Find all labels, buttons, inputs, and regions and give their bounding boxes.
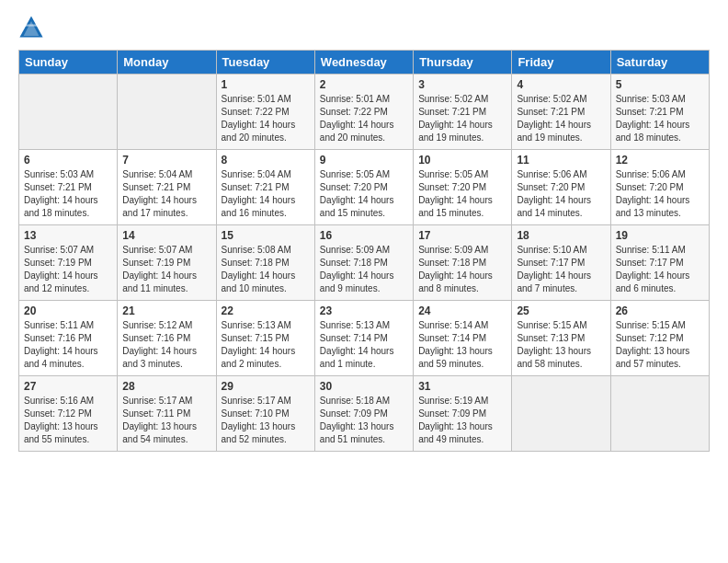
calendar: SundayMondayTuesdayWednesdayThursdayFrid… bbox=[18, 50, 710, 452]
day-number: 13 bbox=[24, 229, 112, 242]
cell-info: Sunrise: 5:05 AM Sunset: 7:20 PM Dayligh… bbox=[418, 168, 506, 220]
cell-info: Sunrise: 5:18 AM Sunset: 7:09 PM Dayligh… bbox=[320, 395, 408, 446]
cell-info: Sunrise: 5:03 AM Sunset: 7:21 PM Dayligh… bbox=[24, 168, 112, 220]
day-number: 17 bbox=[418, 229, 506, 242]
calendar-cell: 2Sunrise: 5:01 AM Sunset: 7:22 PM Daylig… bbox=[314, 75, 413, 150]
cell-info: Sunrise: 5:06 AM Sunset: 7:20 PM Dayligh… bbox=[517, 168, 605, 220]
day-number: 5 bbox=[616, 78, 704, 91]
calendar-cell: 24Sunrise: 5:14 AM Sunset: 7:14 PM Dayli… bbox=[414, 301, 512, 376]
calendar-cell bbox=[118, 75, 216, 150]
day-number: 22 bbox=[222, 304, 310, 317]
day-number: 10 bbox=[418, 154, 506, 167]
calendar-cell: 15Sunrise: 5:08 AM Sunset: 7:18 PM Dayli… bbox=[216, 225, 314, 301]
cell-info: Sunrise: 5:15 AM Sunset: 7:13 PM Dayligh… bbox=[517, 319, 605, 371]
day-number: 28 bbox=[122, 380, 210, 393]
week-row-5: 27Sunrise: 5:16 AM Sunset: 7:12 PM Dayli… bbox=[19, 376, 710, 452]
cell-info: Sunrise: 5:08 AM Sunset: 7:18 PM Dayligh… bbox=[222, 244, 310, 295]
calendar-cell: 28Sunrise: 5:17 AM Sunset: 7:11 PM Dayli… bbox=[118, 376, 216, 452]
calendar-cell: 3Sunrise: 5:02 AM Sunset: 7:21 PM Daylig… bbox=[414, 75, 512, 150]
cell-info: Sunrise: 5:13 AM Sunset: 7:15 PM Dayligh… bbox=[222, 319, 310, 371]
day-number: 7 bbox=[122, 154, 210, 167]
day-number: 21 bbox=[122, 304, 210, 317]
cell-info: Sunrise: 5:10 AM Sunset: 7:17 PM Dayligh… bbox=[517, 244, 605, 295]
cell-info: Sunrise: 5:09 AM Sunset: 7:18 PM Dayligh… bbox=[320, 244, 408, 295]
day-number: 20 bbox=[24, 304, 112, 317]
day-number: 11 bbox=[517, 154, 605, 167]
cell-info: Sunrise: 5:05 AM Sunset: 7:20 PM Dayligh… bbox=[320, 168, 408, 220]
calendar-cell: 22Sunrise: 5:13 AM Sunset: 7:15 PM Dayli… bbox=[216, 301, 314, 376]
calendar-cell: 27Sunrise: 5:16 AM Sunset: 7:12 PM Dayli… bbox=[19, 376, 118, 452]
week-row-2: 6Sunrise: 5:03 AM Sunset: 7:21 PM Daylig… bbox=[19, 150, 710, 225]
calendar-cell: 25Sunrise: 5:15 AM Sunset: 7:13 PM Dayli… bbox=[512, 301, 610, 376]
day-number: 26 bbox=[616, 304, 704, 317]
cell-info: Sunrise: 5:19 AM Sunset: 7:09 PM Dayligh… bbox=[418, 395, 506, 446]
cell-info: Sunrise: 5:09 AM Sunset: 7:18 PM Dayligh… bbox=[418, 244, 506, 295]
cell-info: Sunrise: 5:04 AM Sunset: 7:21 PM Dayligh… bbox=[122, 168, 210, 220]
calendar-cell: 16Sunrise: 5:09 AM Sunset: 7:18 PM Dayli… bbox=[314, 225, 413, 301]
calendar-cell: 7Sunrise: 5:04 AM Sunset: 7:21 PM Daylig… bbox=[118, 150, 216, 225]
cell-info: Sunrise: 5:16 AM Sunset: 7:12 PM Dayligh… bbox=[24, 395, 112, 446]
day-number: 12 bbox=[616, 154, 704, 167]
calendar-cell bbox=[610, 376, 709, 452]
logo-icon bbox=[18, 15, 44, 40]
calendar-cell: 6Sunrise: 5:03 AM Sunset: 7:21 PM Daylig… bbox=[19, 150, 118, 225]
calendar-cell: 30Sunrise: 5:18 AM Sunset: 7:09 PM Dayli… bbox=[314, 376, 413, 452]
day-number: 1 bbox=[222, 78, 310, 91]
col-header-tuesday: Tuesday bbox=[216, 51, 314, 75]
week-row-1: 1Sunrise: 5:01 AM Sunset: 7:22 PM Daylig… bbox=[19, 75, 710, 150]
day-number: 14 bbox=[122, 229, 210, 242]
calendar-cell: 26Sunrise: 5:15 AM Sunset: 7:12 PM Dayli… bbox=[610, 301, 709, 376]
cell-info: Sunrise: 5:06 AM Sunset: 7:20 PM Dayligh… bbox=[616, 168, 704, 220]
col-header-saturday: Saturday bbox=[610, 51, 709, 75]
calendar-cell: 5Sunrise: 5:03 AM Sunset: 7:21 PM Daylig… bbox=[610, 75, 709, 150]
day-number: 24 bbox=[418, 304, 506, 317]
day-number: 23 bbox=[320, 304, 408, 317]
day-number: 29 bbox=[222, 380, 310, 393]
header bbox=[18, 15, 710, 40]
calendar-cell: 17Sunrise: 5:09 AM Sunset: 7:18 PM Dayli… bbox=[414, 225, 512, 301]
calendar-cell: 4Sunrise: 5:02 AM Sunset: 7:21 PM Daylig… bbox=[512, 75, 610, 150]
calendar-cell: 19Sunrise: 5:11 AM Sunset: 7:17 PM Dayli… bbox=[610, 225, 709, 301]
logo bbox=[18, 15, 48, 40]
col-header-sunday: Sunday bbox=[19, 51, 118, 75]
calendar-cell: 14Sunrise: 5:07 AM Sunset: 7:19 PM Dayli… bbox=[118, 225, 216, 301]
day-number: 6 bbox=[24, 154, 112, 167]
week-row-4: 20Sunrise: 5:11 AM Sunset: 7:16 PM Dayli… bbox=[19, 301, 710, 376]
calendar-cell bbox=[512, 376, 610, 452]
calendar-cell: 29Sunrise: 5:17 AM Sunset: 7:10 PM Dayli… bbox=[216, 376, 314, 452]
cell-info: Sunrise: 5:11 AM Sunset: 7:17 PM Dayligh… bbox=[616, 244, 704, 295]
cell-info: Sunrise: 5:11 AM Sunset: 7:16 PM Dayligh… bbox=[24, 319, 112, 371]
header-row: SundayMondayTuesdayWednesdayThursdayFrid… bbox=[19, 51, 710, 75]
col-header-friday: Friday bbox=[512, 51, 610, 75]
calendar-cell: 23Sunrise: 5:13 AM Sunset: 7:14 PM Dayli… bbox=[314, 301, 413, 376]
day-number: 27 bbox=[24, 380, 112, 393]
calendar-cell bbox=[19, 75, 118, 150]
day-number: 25 bbox=[517, 304, 605, 317]
day-number: 9 bbox=[320, 154, 408, 167]
day-number: 3 bbox=[418, 78, 506, 91]
day-number: 15 bbox=[222, 229, 310, 242]
calendar-cell: 18Sunrise: 5:10 AM Sunset: 7:17 PM Dayli… bbox=[512, 225, 610, 301]
cell-info: Sunrise: 5:03 AM Sunset: 7:21 PM Dayligh… bbox=[616, 93, 704, 144]
cell-info: Sunrise: 5:07 AM Sunset: 7:19 PM Dayligh… bbox=[24, 244, 112, 295]
cell-info: Sunrise: 5:17 AM Sunset: 7:11 PM Dayligh… bbox=[122, 395, 210, 446]
calendar-cell: 21Sunrise: 5:12 AM Sunset: 7:16 PM Dayli… bbox=[118, 301, 216, 376]
day-number: 19 bbox=[616, 229, 704, 242]
calendar-cell: 12Sunrise: 5:06 AM Sunset: 7:20 PM Dayli… bbox=[610, 150, 709, 225]
cell-info: Sunrise: 5:01 AM Sunset: 7:22 PM Dayligh… bbox=[320, 93, 408, 144]
cell-info: Sunrise: 5:15 AM Sunset: 7:12 PM Dayligh… bbox=[616, 319, 704, 371]
page: SundayMondayTuesdayWednesdayThursdayFrid… bbox=[0, 0, 728, 563]
day-number: 4 bbox=[517, 78, 605, 91]
calendar-cell: 13Sunrise: 5:07 AM Sunset: 7:19 PM Dayli… bbox=[19, 225, 118, 301]
calendar-cell: 9Sunrise: 5:05 AM Sunset: 7:20 PM Daylig… bbox=[314, 150, 413, 225]
calendar-cell: 10Sunrise: 5:05 AM Sunset: 7:20 PM Dayli… bbox=[414, 150, 512, 225]
calendar-cell: 31Sunrise: 5:19 AM Sunset: 7:09 PM Dayli… bbox=[414, 376, 512, 452]
cell-info: Sunrise: 5:07 AM Sunset: 7:19 PM Dayligh… bbox=[122, 244, 210, 295]
day-number: 30 bbox=[320, 380, 408, 393]
cell-info: Sunrise: 5:02 AM Sunset: 7:21 PM Dayligh… bbox=[517, 93, 605, 144]
calendar-cell: 8Sunrise: 5:04 AM Sunset: 7:21 PM Daylig… bbox=[216, 150, 314, 225]
day-number: 8 bbox=[222, 154, 310, 167]
cell-info: Sunrise: 5:04 AM Sunset: 7:21 PM Dayligh… bbox=[222, 168, 310, 220]
day-number: 2 bbox=[320, 78, 408, 91]
calendar-cell: 1Sunrise: 5:01 AM Sunset: 7:22 PM Daylig… bbox=[216, 75, 314, 150]
